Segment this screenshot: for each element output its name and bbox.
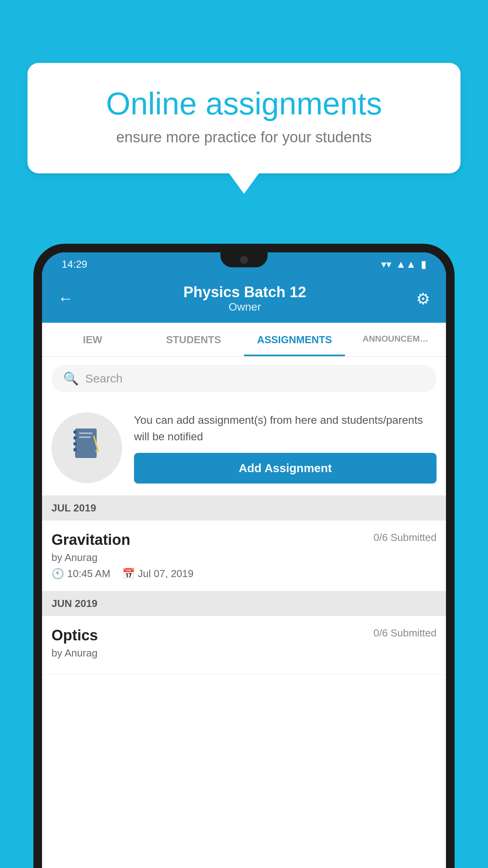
assignment-optics-by: by Anurag [51, 647, 437, 659]
phone-container: 14:29 ▾▾ ▲▲ ▮ ← Physics Batch 12 Owner ⚙… [33, 244, 455, 868]
date-value: Jul 07, 2019 [138, 568, 194, 580]
add-assignment-button[interactable]: Add Assignment [134, 453, 437, 484]
search-container: 🔍 Search [42, 357, 446, 400]
search-placeholder: Search [85, 372, 123, 385]
tab-students[interactable]: STUDENTS [143, 323, 244, 356]
promo-content: You can add assignment(s) from here and … [134, 412, 437, 484]
bubble-title: Online assignments [55, 86, 433, 121]
section-jul-2019: JUL 2019 [42, 496, 446, 520]
assignment-date: 📅 Jul 07, 2019 [122, 568, 194, 580]
app-header: ← Physics Batch 12 Owner ⚙ [42, 276, 446, 323]
speech-bubble: Online assignments ensure more practice … [28, 63, 460, 173]
assignment-gravitation[interactable]: Gravitation 0/6 Submitted by Anurag 🕙 10… [42, 520, 446, 591]
battery-icon: ▮ [421, 258, 426, 270]
phone-outer: 14:29 ▾▾ ▲▲ ▮ ← Physics Batch 12 Owner ⚙… [33, 244, 455, 868]
assignment-optics-top: Optics 0/6 Submitted [51, 627, 437, 644]
assignment-submitted: 0/6 Submitted [374, 531, 437, 544]
svg-rect-4 [73, 448, 77, 451]
camera-dot [240, 256, 248, 264]
tab-assignments[interactable]: ASSIGNMENTS [244, 323, 345, 356]
phone-screen: 14:29 ▾▾ ▲▲ ▮ ← Physics Batch 12 Owner ⚙… [42, 252, 446, 868]
wifi-icon: ▾▾ [381, 258, 391, 270]
header-center: Physics Batch 12 Owner [183, 284, 306, 313]
assignment-by: by Anurag [51, 552, 437, 564]
assignment-optics-submitted: 0/6 Submitted [374, 627, 437, 639]
svg-rect-6 [79, 436, 91, 438]
tab-iew[interactable]: IEW [42, 323, 143, 356]
assignment-optics-name: Optics [51, 627, 98, 644]
tab-announcements[interactable]: ANNOUNCEM… [345, 323, 446, 356]
settings-icon[interactable]: ⚙ [416, 290, 430, 308]
promo-text: You can add assignment(s) from here and … [134, 412, 437, 445]
promo-section: You can add assignment(s) from here and … [42, 400, 446, 496]
signal-icon: ▲▲ [396, 258, 416, 270]
header-title: Physics Batch 12 [183, 284, 306, 301]
svg-rect-3 [73, 442, 77, 445]
search-bar[interactable]: 🔍 Search [51, 365, 437, 392]
assignment-top: Gravitation 0/6 Submitted [51, 531, 437, 548]
status-icons: ▾▾ ▲▲ ▮ [381, 258, 426, 270]
assignment-name: Gravitation [51, 531, 130, 548]
bubble-subtitle: ensure more practice for your students [55, 129, 433, 146]
section-jul-label: JUL 2019 [51, 502, 96, 514]
search-icon: 🔍 [63, 371, 79, 386]
svg-rect-2 [73, 436, 77, 440]
notebook-icon [71, 427, 103, 469]
section-jun-2019: JUN 2019 [42, 591, 446, 616]
time-value: 10:45 AM [67, 568, 110, 580]
speech-bubble-container: Online assignments ensure more practice … [28, 63, 460, 173]
phone-notch [220, 252, 268, 267]
tabs-bar: IEW STUDENTS ASSIGNMENTS ANNOUNCEM… [42, 323, 446, 357]
assignment-time: 🕙 10:45 AM [51, 568, 110, 580]
assignment-meta: 🕙 10:45 AM 📅 Jul 07, 2019 [51, 568, 437, 580]
back-button[interactable]: ← [58, 290, 73, 307]
assignment-optics[interactable]: Optics 0/6 Submitted by Anurag [42, 616, 446, 675]
promo-icon-circle [51, 412, 122, 483]
svg-rect-1 [73, 430, 77, 434]
clock-icon: 🕙 [51, 568, 64, 580]
header-subtitle: Owner [183, 301, 306, 313]
calendar-icon: 📅 [122, 568, 135, 580]
svg-rect-5 [79, 432, 93, 434]
section-jun-label: JUN 2019 [51, 598, 97, 609]
status-time: 14:29 [62, 258, 87, 270]
